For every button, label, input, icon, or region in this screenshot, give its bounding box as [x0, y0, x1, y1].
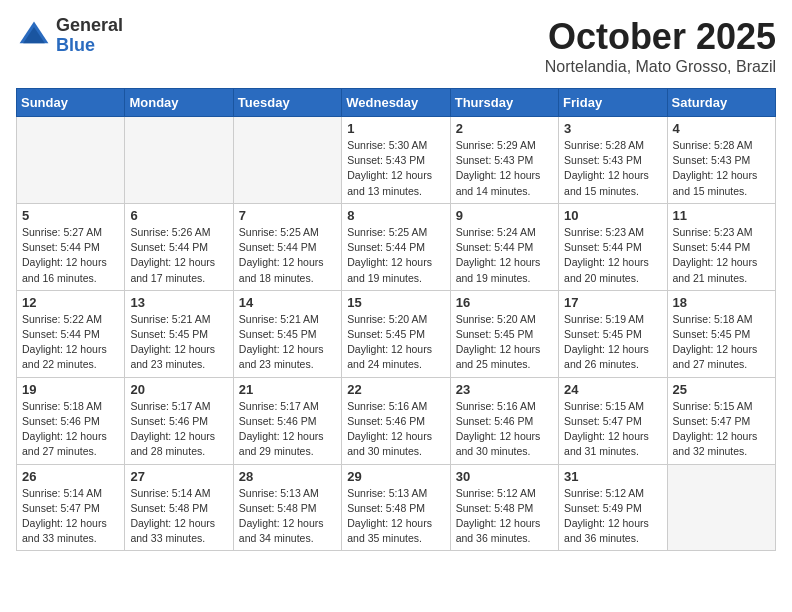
week-row-4: 19Sunrise: 5:18 AM Sunset: 5:46 PM Dayli…: [17, 377, 776, 464]
day-cell-11: 11Sunrise: 5:23 AM Sunset: 5:44 PM Dayli…: [667, 203, 775, 290]
day-info: Sunrise: 5:21 AM Sunset: 5:45 PM Dayligh…: [239, 312, 336, 373]
day-number: 1: [347, 121, 444, 136]
header-row: SundayMondayTuesdayWednesdayThursdayFrid…: [17, 89, 776, 117]
day-number: 19: [22, 382, 119, 397]
day-cell-28: 28Sunrise: 5:13 AM Sunset: 5:48 PM Dayli…: [233, 464, 341, 551]
month-title: October 2025: [545, 16, 776, 58]
day-info: Sunrise: 5:27 AM Sunset: 5:44 PM Dayligh…: [22, 225, 119, 286]
day-number: 27: [130, 469, 227, 484]
day-cell-26: 26Sunrise: 5:14 AM Sunset: 5:47 PM Dayli…: [17, 464, 125, 551]
day-cell-20: 20Sunrise: 5:17 AM Sunset: 5:46 PM Dayli…: [125, 377, 233, 464]
day-number: 24: [564, 382, 661, 397]
day-header-friday: Friday: [559, 89, 667, 117]
day-info: Sunrise: 5:28 AM Sunset: 5:43 PM Dayligh…: [564, 138, 661, 199]
day-number: 16: [456, 295, 553, 310]
day-number: 15: [347, 295, 444, 310]
day-info: Sunrise: 5:12 AM Sunset: 5:49 PM Dayligh…: [564, 486, 661, 547]
empty-cell: [233, 117, 341, 204]
day-info: Sunrise: 5:18 AM Sunset: 5:46 PM Dayligh…: [22, 399, 119, 460]
day-cell-25: 25Sunrise: 5:15 AM Sunset: 5:47 PM Dayli…: [667, 377, 775, 464]
day-info: Sunrise: 5:28 AM Sunset: 5:43 PM Dayligh…: [673, 138, 770, 199]
day-cell-1: 1Sunrise: 5:30 AM Sunset: 5:43 PM Daylig…: [342, 117, 450, 204]
day-cell-23: 23Sunrise: 5:16 AM Sunset: 5:46 PM Dayli…: [450, 377, 558, 464]
logo-text: General Blue: [56, 16, 123, 56]
day-number: 29: [347, 469, 444, 484]
day-header-sunday: Sunday: [17, 89, 125, 117]
week-row-2: 5Sunrise: 5:27 AM Sunset: 5:44 PM Daylig…: [17, 203, 776, 290]
day-cell-16: 16Sunrise: 5:20 AM Sunset: 5:45 PM Dayli…: [450, 290, 558, 377]
day-info: Sunrise: 5:24 AM Sunset: 5:44 PM Dayligh…: [456, 225, 553, 286]
day-info: Sunrise: 5:20 AM Sunset: 5:45 PM Dayligh…: [347, 312, 444, 373]
day-cell-2: 2Sunrise: 5:29 AM Sunset: 5:43 PM Daylig…: [450, 117, 558, 204]
day-number: 3: [564, 121, 661, 136]
empty-cell: [125, 117, 233, 204]
day-cell-12: 12Sunrise: 5:22 AM Sunset: 5:44 PM Dayli…: [17, 290, 125, 377]
day-cell-15: 15Sunrise: 5:20 AM Sunset: 5:45 PM Dayli…: [342, 290, 450, 377]
day-info: Sunrise: 5:14 AM Sunset: 5:48 PM Dayligh…: [130, 486, 227, 547]
day-info: Sunrise: 5:15 AM Sunset: 5:47 PM Dayligh…: [564, 399, 661, 460]
day-number: 7: [239, 208, 336, 223]
day-cell-17: 17Sunrise: 5:19 AM Sunset: 5:45 PM Dayli…: [559, 290, 667, 377]
calendar-table: SundayMondayTuesdayWednesdayThursdayFrid…: [16, 88, 776, 551]
logo: General Blue: [16, 16, 123, 56]
day-info: Sunrise: 5:25 AM Sunset: 5:44 PM Dayligh…: [347, 225, 444, 286]
day-info: Sunrise: 5:18 AM Sunset: 5:45 PM Dayligh…: [673, 312, 770, 373]
day-info: Sunrise: 5:13 AM Sunset: 5:48 PM Dayligh…: [347, 486, 444, 547]
day-info: Sunrise: 5:30 AM Sunset: 5:43 PM Dayligh…: [347, 138, 444, 199]
day-info: Sunrise: 5:14 AM Sunset: 5:47 PM Dayligh…: [22, 486, 119, 547]
day-cell-7: 7Sunrise: 5:25 AM Sunset: 5:44 PM Daylig…: [233, 203, 341, 290]
day-info: Sunrise: 5:16 AM Sunset: 5:46 PM Dayligh…: [347, 399, 444, 460]
title-area: October 2025 Nortelandia, Mato Grosso, B…: [545, 16, 776, 76]
day-info: Sunrise: 5:13 AM Sunset: 5:48 PM Dayligh…: [239, 486, 336, 547]
day-cell-4: 4Sunrise: 5:28 AM Sunset: 5:43 PM Daylig…: [667, 117, 775, 204]
day-header-thursday: Thursday: [450, 89, 558, 117]
week-row-5: 26Sunrise: 5:14 AM Sunset: 5:47 PM Dayli…: [17, 464, 776, 551]
day-cell-10: 10Sunrise: 5:23 AM Sunset: 5:44 PM Dayli…: [559, 203, 667, 290]
day-info: Sunrise: 5:23 AM Sunset: 5:44 PM Dayligh…: [564, 225, 661, 286]
location: Nortelandia, Mato Grosso, Brazil: [545, 58, 776, 76]
day-number: 28: [239, 469, 336, 484]
day-cell-19: 19Sunrise: 5:18 AM Sunset: 5:46 PM Dayli…: [17, 377, 125, 464]
day-cell-18: 18Sunrise: 5:18 AM Sunset: 5:45 PM Dayli…: [667, 290, 775, 377]
day-number: 10: [564, 208, 661, 223]
day-cell-8: 8Sunrise: 5:25 AM Sunset: 5:44 PM Daylig…: [342, 203, 450, 290]
day-number: 6: [130, 208, 227, 223]
day-number: 23: [456, 382, 553, 397]
day-cell-22: 22Sunrise: 5:16 AM Sunset: 5:46 PM Dayli…: [342, 377, 450, 464]
day-header-monday: Monday: [125, 89, 233, 117]
day-cell-27: 27Sunrise: 5:14 AM Sunset: 5:48 PM Dayli…: [125, 464, 233, 551]
day-info: Sunrise: 5:29 AM Sunset: 5:43 PM Dayligh…: [456, 138, 553, 199]
day-number: 26: [22, 469, 119, 484]
day-header-wednesday: Wednesday: [342, 89, 450, 117]
day-number: 12: [22, 295, 119, 310]
day-number: 25: [673, 382, 770, 397]
day-info: Sunrise: 5:22 AM Sunset: 5:44 PM Dayligh…: [22, 312, 119, 373]
calendar-body: 1Sunrise: 5:30 AM Sunset: 5:43 PM Daylig…: [17, 117, 776, 551]
calendar-header: SundayMondayTuesdayWednesdayThursdayFrid…: [17, 89, 776, 117]
day-cell-5: 5Sunrise: 5:27 AM Sunset: 5:44 PM Daylig…: [17, 203, 125, 290]
day-cell-9: 9Sunrise: 5:24 AM Sunset: 5:44 PM Daylig…: [450, 203, 558, 290]
day-number: 18: [673, 295, 770, 310]
day-cell-3: 3Sunrise: 5:28 AM Sunset: 5:43 PM Daylig…: [559, 117, 667, 204]
day-info: Sunrise: 5:25 AM Sunset: 5:44 PM Dayligh…: [239, 225, 336, 286]
day-number: 22: [347, 382, 444, 397]
day-info: Sunrise: 5:26 AM Sunset: 5:44 PM Dayligh…: [130, 225, 227, 286]
day-cell-29: 29Sunrise: 5:13 AM Sunset: 5:48 PM Dayli…: [342, 464, 450, 551]
day-cell-31: 31Sunrise: 5:12 AM Sunset: 5:49 PM Dayli…: [559, 464, 667, 551]
day-cell-14: 14Sunrise: 5:21 AM Sunset: 5:45 PM Dayli…: [233, 290, 341, 377]
day-number: 14: [239, 295, 336, 310]
empty-cell: [667, 464, 775, 551]
day-number: 13: [130, 295, 227, 310]
day-cell-6: 6Sunrise: 5:26 AM Sunset: 5:44 PM Daylig…: [125, 203, 233, 290]
day-cell-13: 13Sunrise: 5:21 AM Sunset: 5:45 PM Dayli…: [125, 290, 233, 377]
day-number: 4: [673, 121, 770, 136]
day-number: 2: [456, 121, 553, 136]
day-info: Sunrise: 5:23 AM Sunset: 5:44 PM Dayligh…: [673, 225, 770, 286]
day-number: 30: [456, 469, 553, 484]
day-info: Sunrise: 5:17 AM Sunset: 5:46 PM Dayligh…: [239, 399, 336, 460]
week-row-3: 12Sunrise: 5:22 AM Sunset: 5:44 PM Dayli…: [17, 290, 776, 377]
day-info: Sunrise: 5:17 AM Sunset: 5:46 PM Dayligh…: [130, 399, 227, 460]
day-header-tuesday: Tuesday: [233, 89, 341, 117]
day-cell-21: 21Sunrise: 5:17 AM Sunset: 5:46 PM Dayli…: [233, 377, 341, 464]
day-info: Sunrise: 5:21 AM Sunset: 5:45 PM Dayligh…: [130, 312, 227, 373]
